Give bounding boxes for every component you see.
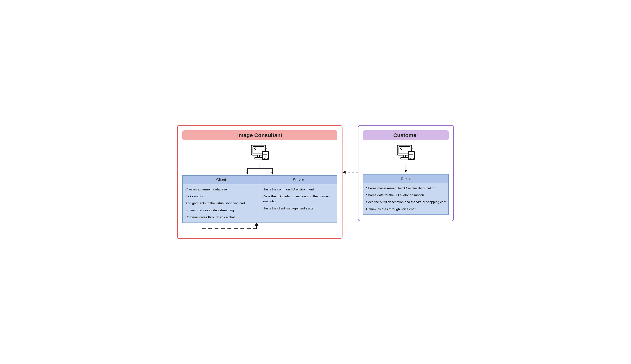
bottom-dashed-svg-area xyxy=(182,223,337,232)
consultant-boxes: Client Creates a garment database Picks … xyxy=(182,175,337,223)
svg-point-43 xyxy=(410,156,411,157)
customer-client-box: Client Shares measurement for 3D avatar … xyxy=(363,174,449,215)
consultant-panel: Image Consultant xyxy=(177,125,342,239)
horizontal-dashed-arrow xyxy=(342,169,358,175)
server-item-1: Hosts the common 3D environment xyxy=(263,187,334,192)
svg-point-4 xyxy=(265,148,266,149)
customer-client-item-2: Shares data for the 3D avatar animation xyxy=(366,193,446,198)
client-item-5: Communicates through voice chat xyxy=(185,215,257,220)
svg-marker-24 xyxy=(246,172,249,174)
customer-client-item-4: Communicates through voice chat xyxy=(366,207,446,212)
customer-client-content: Shares measurement for 3D avatar deforma… xyxy=(363,183,448,214)
customer-client-header: Client xyxy=(363,174,448,183)
svg-point-12 xyxy=(264,156,265,157)
svg-marker-25 xyxy=(271,172,274,174)
svg-point-36 xyxy=(411,149,412,150)
client-item-3: Add garments to the virtual shopping car… xyxy=(185,201,257,206)
svg-marker-52 xyxy=(404,170,407,172)
server-item-2: Runs the 3D avatar animation and the gar… xyxy=(263,194,334,204)
svg-rect-38 xyxy=(403,155,405,158)
consultant-server-header: Server xyxy=(260,176,337,184)
consultant-client-box: Client Creates a garment database Picks … xyxy=(182,175,260,223)
svg-rect-42 xyxy=(409,154,413,155)
customer-arrow-down xyxy=(363,165,449,172)
customer-computer-icon xyxy=(363,144,449,164)
svg-marker-28 xyxy=(255,223,259,226)
customer-client-item-1: Shares measurement for 3D avatar deforma… xyxy=(366,186,446,191)
branch-arrows-consultant xyxy=(182,165,337,174)
svg-rect-41 xyxy=(409,153,413,154)
customer-title: Customer xyxy=(363,130,449,140)
svg-rect-10 xyxy=(263,153,267,154)
svg-point-35 xyxy=(411,148,412,149)
connector-area xyxy=(342,125,358,175)
svg-point-5 xyxy=(265,149,266,150)
svg-rect-8 xyxy=(255,158,262,159)
svg-rect-7 xyxy=(257,155,260,158)
svg-marker-30 xyxy=(342,171,346,174)
consultant-server-content: Hosts the common 3D environment Runs the… xyxy=(260,184,337,214)
consultant-client-header: Client xyxy=(183,176,260,184)
diagram-container: Image Consultant xyxy=(177,125,454,239)
server-item-3: Hosts the client management system xyxy=(263,206,334,211)
consultant-client-content: Creates a garment database Picks outfits… xyxy=(183,184,260,223)
consultant-server-box: Server Hosts the common 3D environment R… xyxy=(260,175,337,223)
svg-rect-39 xyxy=(401,158,408,159)
consultant-computer-icon xyxy=(182,144,337,164)
consultant-title: Image Consultant xyxy=(182,130,337,140)
client-item-4: Shares and sees video streaming xyxy=(185,208,257,213)
client-item-1: Creates a garment database xyxy=(185,187,257,192)
client-item-2: Picks outfits xyxy=(185,194,257,199)
svg-rect-11 xyxy=(263,154,267,155)
customer-panel: Customer xyxy=(358,125,454,221)
customer-client-item-3: Sees the outfit description and the virt… xyxy=(366,200,446,205)
